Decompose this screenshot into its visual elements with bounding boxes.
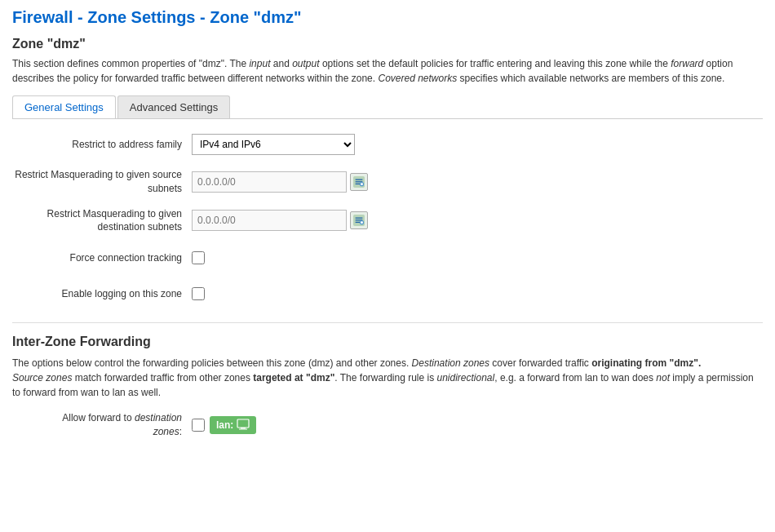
svg-rect-15 bbox=[241, 428, 246, 429]
allow-forward-row: Allow forward to destinationzones: lan: bbox=[12, 411, 763, 439]
force-conntrack-row: Force connection tracking bbox=[12, 246, 763, 270]
masq-dest-add-icon[interactable] bbox=[350, 211, 368, 229]
tab-general[interactable]: General Settings bbox=[12, 95, 116, 118]
enable-logging-checkbox[interactable] bbox=[192, 287, 205, 300]
masq-dest-input[interactable] bbox=[192, 210, 347, 231]
address-family-select[interactable]: IPv4 and IPv6 IPv4 only IPv6 only bbox=[192, 134, 355, 155]
force-conntrack-control bbox=[192, 251, 518, 264]
force-conntrack-checkbox[interactable] bbox=[192, 251, 205, 264]
page-title: Firewall - Zone Settings - Zone "dmz" bbox=[12, 8, 763, 27]
lan-badge-label: lan: bbox=[216, 419, 233, 431]
section-divider bbox=[12, 322, 763, 323]
svg-rect-13 bbox=[361, 222, 363, 224]
allow-forward-label: Allow forward to destinationzones: bbox=[12, 411, 192, 439]
masq-source-label: Restrict Masquerading to given source su… bbox=[12, 168, 192, 196]
masq-source-row: Restrict Masquerading to given source su… bbox=[12, 168, 763, 196]
lan-badge-icon bbox=[237, 419, 250, 432]
enable-logging-label: Enable logging on this zone bbox=[12, 287, 192, 301]
inter-zone-description: The options below control the forwarding… bbox=[12, 356, 763, 400]
svg-rect-6 bbox=[361, 184, 363, 185]
masq-dest-label: Restrict Masquerading to given destinati… bbox=[12, 207, 192, 235]
force-conntrack-label: Force connection tracking bbox=[12, 251, 192, 265]
enable-logging-control bbox=[192, 287, 518, 300]
address-family-control: IPv4 and IPv6 IPv4 only IPv6 only bbox=[192, 134, 518, 155]
advanced-settings-panel: Restrict to address family IPv4 and IPv6… bbox=[12, 132, 763, 306]
svg-rect-14 bbox=[237, 419, 249, 428]
masq-dest-control bbox=[192, 210, 518, 231]
svg-rect-3 bbox=[356, 184, 361, 184]
lan-badge[interactable]: lan: bbox=[210, 416, 256, 434]
svg-rect-1 bbox=[356, 179, 363, 180]
address-family-label: Restrict to address family bbox=[12, 138, 192, 152]
masq-dest-row: Restrict Masquerading to given destinati… bbox=[12, 207, 763, 235]
svg-rect-10 bbox=[356, 222, 361, 223]
masq-source-input[interactable] bbox=[192, 171, 347, 193]
masq-source-add-icon[interactable] bbox=[350, 173, 368, 191]
settings-tabs: General Settings Advanced Settings bbox=[12, 95, 763, 119]
allow-forward-checkbox[interactable] bbox=[192, 419, 205, 432]
svg-rect-16 bbox=[239, 428, 247, 429]
inter-zone-section: Inter-Zone Forwarding The options below … bbox=[12, 335, 763, 439]
zone-description: This section defines common properties o… bbox=[12, 56, 763, 86]
tab-advanced[interactable]: Advanced Settings bbox=[117, 95, 230, 118]
enable-logging-row: Enable logging on this zone bbox=[12, 282, 763, 306]
zone-title: Zone "dmz" bbox=[12, 37, 763, 51]
inter-zone-title: Inter-Zone Forwarding bbox=[12, 335, 763, 349]
svg-rect-8 bbox=[356, 218, 363, 219]
allow-forward-control: lan: bbox=[192, 416, 256, 434]
address-family-row: Restrict to address family IPv4 and IPv6… bbox=[12, 132, 763, 157]
masq-source-control bbox=[192, 171, 518, 193]
